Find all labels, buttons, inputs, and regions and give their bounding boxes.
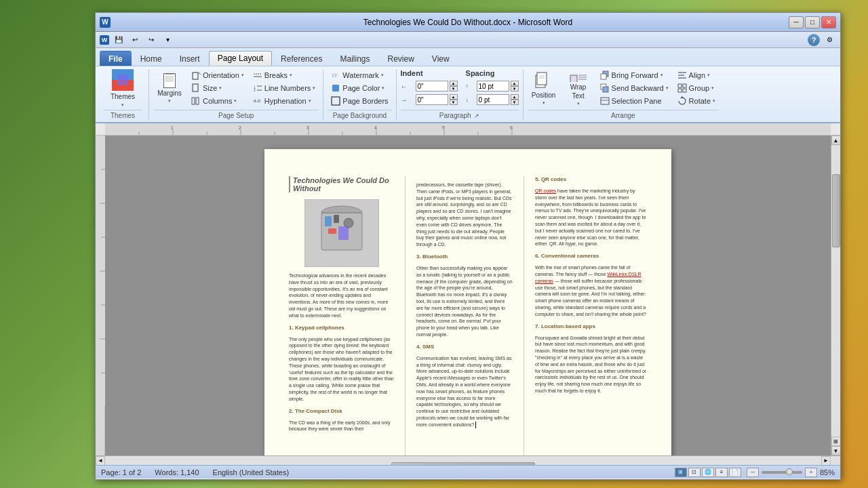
columns-button[interactable]: Columns ▾ (188, 95, 248, 107)
doc-scroll-content[interactable]: Technologies We Could Do Without (105, 136, 831, 455)
selection-pane-button[interactable]: Selection Pane (597, 95, 672, 107)
page-borders-button[interactable]: Page Borders (328, 95, 391, 107)
tab-review[interactable]: Review (378, 51, 422, 66)
zoom-out-button[interactable]: ─ (747, 468, 759, 477)
indent-right-up[interactable]: ▲ (450, 94, 458, 100)
orientation-button[interactable]: Orientation ▾ (188, 69, 248, 81)
scroll-down-button[interactable]: ▼ (831, 446, 841, 455)
indent-group: Indent ← 0" ▲ ▼ (401, 69, 458, 106)
close-button[interactable]: ✕ (821, 16, 836, 28)
ribbon-group-page-setup: Margins ▾ Orientation ▾ Size ▾ (149, 69, 323, 121)
tab-insert[interactable]: Insert (171, 51, 209, 66)
rotate-button[interactable]: Rotate ▾ (674, 95, 719, 107)
position-button[interactable]: Position ▾ (528, 69, 560, 107)
page-info: Page: 1 of 2 (101, 468, 141, 476)
help-button[interactable]: ? (808, 34, 820, 46)
spacing-group: Spacing ↑ 10 pt ▲ ▼ (466, 69, 519, 106)
send-backward-label: Send Backward (612, 84, 664, 92)
document-page: Technologies We Could Do Without (264, 149, 671, 455)
full-screen-button[interactable]: ⊡ (688, 468, 701, 477)
indent-left-label: ← (401, 83, 414, 90)
vertical-scrollbar[interactable]: ▲ ⊞ ▼ (831, 136, 840, 455)
tab-page-layout[interactable]: Page Layout (209, 51, 272, 66)
paragraph-dialog-launcher[interactable]: ↗ (474, 113, 479, 119)
size-button[interactable]: Size ▾ (188, 82, 248, 94)
zoom-level: 85% (820, 468, 835, 476)
tab-file[interactable]: File (100, 51, 132, 66)
indent-right-spinner[interactable]: ▲ ▼ (450, 94, 458, 105)
outline-button[interactable]: ≡ (715, 468, 728, 477)
h-scroll-thumb[interactable] (391, 462, 534, 466)
margins-button[interactable]: Margins ▾ (153, 69, 186, 107)
breaks-button[interactable]: Breaks ▾ (250, 69, 319, 81)
qat-save-button[interactable]: 💾 (112, 34, 125, 46)
spacing-after-up[interactable]: ▲ (511, 94, 519, 100)
print-layout-button[interactable]: ⊞ (675, 468, 687, 477)
indent-left-input[interactable]: 0" (416, 81, 448, 92)
page-setup-stack-1: Orientation ▾ Size ▾ Columns ▾ (188, 69, 248, 107)
zoom-thumb[interactable] (786, 468, 793, 475)
spacing-before-spinner[interactable]: ▲ ▼ (511, 81, 519, 92)
watermark-label: Watermark (342, 71, 378, 79)
trash-image (304, 199, 379, 267)
themes-button[interactable]: Themes ▾ (104, 69, 142, 107)
bring-forward-button[interactable]: Bring Forward ▾ (597, 69, 672, 81)
maximize-button[interactable]: □ (805, 16, 820, 28)
svg-rect-27 (601, 74, 606, 79)
svg-rect-15 (332, 85, 339, 92)
svg-text:1: 1 (171, 125, 174, 130)
group-button[interactable]: Group ▾ (674, 82, 719, 94)
spacing-after-input[interactable]: 0 pt (477, 94, 509, 105)
indent-left-down[interactable]: ▼ (450, 86, 458, 92)
tab-mailings[interactable]: Mailings (331, 51, 378, 66)
qat-undo-button[interactable]: ↩ (128, 34, 142, 46)
h-scroll-left[interactable]: ◄ (96, 456, 105, 466)
indent-left-spinner[interactable]: ▲ ▼ (450, 81, 458, 92)
tab-references[interactable]: References (272, 51, 331, 66)
intro-text: Technological advances in the recent dec… (289, 272, 394, 319)
horizontal-scrollbar[interactable]: ◄ ► (96, 455, 840, 465)
indent-right-down[interactable]: ▼ (450, 100, 458, 105)
spacing-label: Spacing (466, 69, 519, 77)
margins-dropdown: ▾ (168, 98, 171, 104)
zoom-in-button[interactable]: + (805, 468, 817, 477)
align-label: Align (689, 71, 705, 79)
spacing-after-down[interactable]: ▼ (511, 100, 519, 105)
web-layout-button[interactable]: 🌐 (702, 468, 714, 477)
h-scroll-right[interactable]: ► (821, 456, 831, 466)
tab-home[interactable]: Home (132, 51, 171, 66)
qat-redo-button[interactable]: ↪ (144, 34, 158, 46)
tab-view[interactable]: View (423, 51, 458, 66)
qat-customize-button[interactable]: ▾ (161, 34, 174, 46)
draft-button[interactable]: 📄 (729, 468, 741, 477)
qat-word-icon: W (100, 35, 109, 45)
scroll-up-button[interactable]: ▲ (831, 136, 841, 145)
minimize-button[interactable]: ─ (789, 16, 804, 28)
wrap-text-icon (569, 70, 588, 82)
spacing-after-label: ↓ (466, 96, 475, 103)
page-color-button[interactable]: Page Color ▾ (328, 82, 391, 94)
svg-rect-37 (678, 89, 682, 92)
page-setup-group-label: Page Setup (153, 110, 319, 121)
hyphenation-button[interactable]: a-b Hyphenation ▾ (250, 95, 319, 107)
line-numbers-button[interactable]: 12 Line Numbers ▾ (250, 82, 319, 94)
watermark-button[interactable]: W Watermark ▾ (328, 69, 391, 81)
spacing-before-down[interactable]: ▼ (511, 86, 519, 92)
indent-left-up[interactable]: ▲ (450, 81, 458, 86)
scroll-thumb[interactable] (832, 174, 840, 247)
scroll-expand-button[interactable]: ⊞ (831, 436, 841, 446)
columns-icon (191, 96, 201, 106)
qat-options-button[interactable]: ⚙ (823, 34, 836, 46)
wrap-text-button[interactable]: Wrap Text ▾ (562, 69, 595, 107)
ribbon-tab-bar: File Home Insert Page Layout References … (96, 48, 840, 66)
zoom-slider[interactable] (762, 471, 802, 474)
spacing-before-input[interactable]: 10 pt (477, 81, 509, 92)
scroll-track[interactable] (831, 145, 841, 436)
language: English (United States) (213, 468, 290, 476)
align-button[interactable]: Align ▾ (674, 69, 719, 81)
indent-right-input[interactable]: 0" (416, 94, 448, 105)
spacing-after-spinner[interactable]: ▲ ▼ (511, 94, 519, 105)
send-backward-button[interactable]: Send Backward ▾ (597, 82, 672, 94)
doc-title: Technologies We Could Do Without (289, 176, 394, 192)
spacing-before-up[interactable]: ▲ (511, 81, 519, 86)
